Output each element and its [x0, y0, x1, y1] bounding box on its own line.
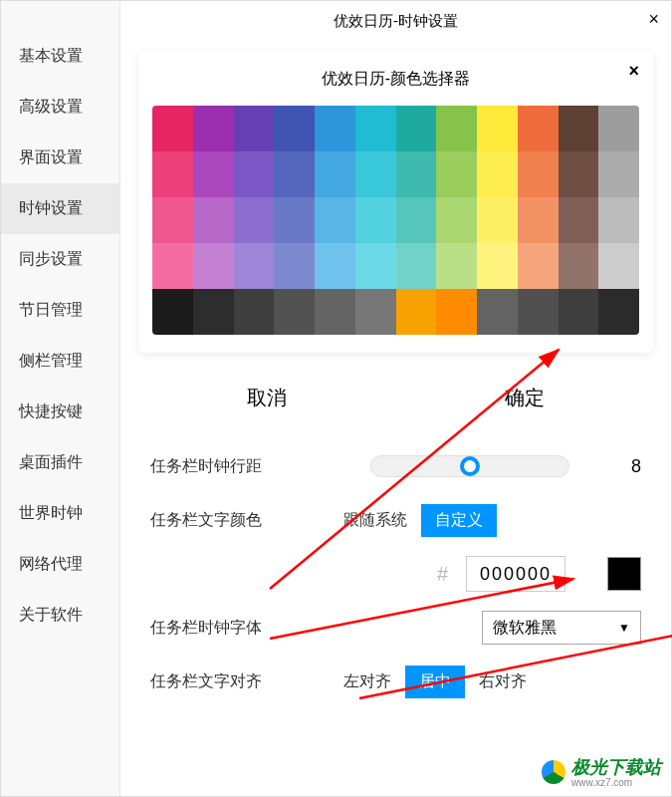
color-cell[interactable] [518, 243, 559, 289]
slider-thumb-icon[interactable] [460, 456, 480, 476]
color-cell[interactable] [518, 151, 559, 197]
hex-input[interactable] [466, 556, 565, 592]
color-cell[interactable] [598, 151, 639, 197]
align-left-button[interactable]: 左对齐 [330, 665, 405, 698]
color-cell[interactable] [518, 197, 559, 243]
color-cell[interactable] [193, 106, 234, 151]
sidebar-item[interactable]: 侧栏管理 [1, 336, 119, 387]
color-cell[interactable] [193, 197, 234, 243]
color-cell[interactable] [559, 106, 599, 151]
color-cell[interactable] [396, 151, 437, 197]
color-cell[interactable] [436, 106, 477, 151]
color-cell[interactable] [396, 289, 437, 335]
color-cell[interactable] [436, 197, 477, 243]
color-cell[interactable] [234, 289, 275, 335]
sidebar-item[interactable]: 关于软件 [1, 590, 119, 641]
color-cell[interactable] [193, 243, 234, 289]
color-cell[interactable] [518, 106, 559, 151]
color-cell[interactable] [152, 106, 193, 151]
sidebar-item[interactable]: 界面设置 [1, 133, 119, 183]
sidebar-item[interactable]: 节日管理 [1, 285, 119, 336]
sidebar-item[interactable]: 快捷按键 [1, 387, 119, 437]
hash-icon: # [437, 563, 448, 586]
close-icon[interactable]: × [648, 9, 659, 30]
line-spacing-label: 任务栏时钟行距 [150, 456, 300, 477]
color-cell[interactable] [559, 197, 599, 243]
watermark: 极光下载站 www.xz7.com [542, 755, 661, 788]
color-cell[interactable] [355, 106, 396, 151]
color-cell[interactable] [355, 151, 396, 197]
cancel-button[interactable]: 取消 [217, 377, 317, 419]
row-line-spacing: 任务栏时钟行距 8 [150, 439, 641, 493]
color-cell[interactable] [152, 289, 193, 335]
color-cell[interactable] [477, 151, 518, 197]
row-align: 任务栏文字对齐 左对齐 居中 右对齐 [150, 655, 641, 708]
main-panel: 优效日历-时钟设置 × × 优效日历-颜色选择器 取消 确定 任务栏时钟行距 8 [120, 1, 671, 796]
color-cell[interactable] [436, 243, 477, 289]
color-cell[interactable] [477, 106, 518, 151]
color-cell[interactable] [274, 106, 315, 151]
color-cell[interactable] [518, 289, 559, 335]
window-title: 优效日历-时钟设置 [334, 12, 458, 31]
color-cell[interactable] [355, 289, 396, 335]
logo-icon [542, 760, 565, 784]
color-cell[interactable] [193, 151, 234, 197]
settings-area: 任务栏时钟行距 8 任务栏文字颜色 跟随系统 自定义 # [120, 439, 671, 708]
color-cell[interactable] [274, 151, 315, 197]
color-cell[interactable] [315, 151, 355, 197]
color-cell[interactable] [152, 151, 193, 197]
color-cell[interactable] [477, 289, 518, 335]
confirm-button[interactable]: 确定 [475, 377, 574, 419]
row-font: 任务栏时钟字体 微软雅黑 ▼ [150, 601, 641, 655]
chevron-down-icon: ▼ [618, 621, 630, 635]
color-cell[interactable] [234, 243, 275, 289]
color-cell[interactable] [436, 289, 477, 335]
sidebar-item[interactable]: 网络代理 [1, 539, 119, 590]
align-label: 任务栏文字对齐 [150, 671, 300, 692]
sidebar-item[interactable]: 基本设置 [1, 31, 119, 82]
color-cell[interactable] [193, 289, 234, 335]
color-cell[interactable] [559, 243, 599, 289]
custom-color-button[interactable]: 自定义 [421, 504, 497, 537]
color-cell[interactable] [315, 106, 355, 151]
color-cell[interactable] [477, 243, 518, 289]
color-cell[interactable] [355, 243, 396, 289]
color-cell[interactable] [234, 151, 275, 197]
close-icon[interactable]: × [628, 61, 639, 82]
color-cell[interactable] [396, 197, 437, 243]
color-cell[interactable] [234, 106, 275, 151]
color-cell[interactable] [274, 197, 315, 243]
sidebar-item[interactable]: 同步设置 [1, 234, 119, 285]
color-swatch[interactable] [607, 557, 641, 591]
line-spacing-slider[interactable] [370, 455, 569, 477]
sidebar-item[interactable]: 时钟设置 [1, 183, 119, 234]
color-cell[interactable] [355, 197, 396, 243]
color-cell[interactable] [315, 289, 355, 335]
color-cell[interactable] [274, 243, 315, 289]
color-cell[interactable] [598, 106, 639, 151]
color-cell[interactable] [598, 197, 639, 243]
color-cell[interactable] [436, 151, 477, 197]
color-cell[interactable] [477, 197, 518, 243]
color-cell[interactable] [234, 197, 275, 243]
follow-system-button[interactable]: 跟随系统 [330, 504, 421, 537]
color-cell[interactable] [396, 243, 437, 289]
color-cell[interactable] [396, 106, 437, 151]
color-cell[interactable] [598, 289, 639, 335]
align-right-button[interactable]: 右对齐 [465, 665, 541, 698]
color-picker-title: 优效日历-颜色选择器 [152, 69, 639, 90]
color-cell[interactable] [315, 197, 355, 243]
color-cell[interactable] [152, 197, 193, 243]
align-center-button[interactable]: 居中 [405, 665, 465, 698]
color-cell[interactable] [274, 289, 315, 335]
sidebar-item[interactable]: 桌面插件 [1, 437, 119, 488]
sidebar-item[interactable]: 世界时钟 [1, 488, 119, 539]
color-cell[interactable] [559, 151, 599, 197]
font-select[interactable]: 微软雅黑 ▼ [482, 611, 641, 645]
color-cell[interactable] [315, 243, 355, 289]
color-cell[interactable] [598, 243, 639, 289]
sidebar-item[interactable]: 高级设置 [1, 82, 119, 133]
color-cell[interactable] [559, 289, 599, 335]
watermark-url: www.xz7.com [571, 777, 661, 788]
color-cell[interactable] [152, 243, 193, 289]
